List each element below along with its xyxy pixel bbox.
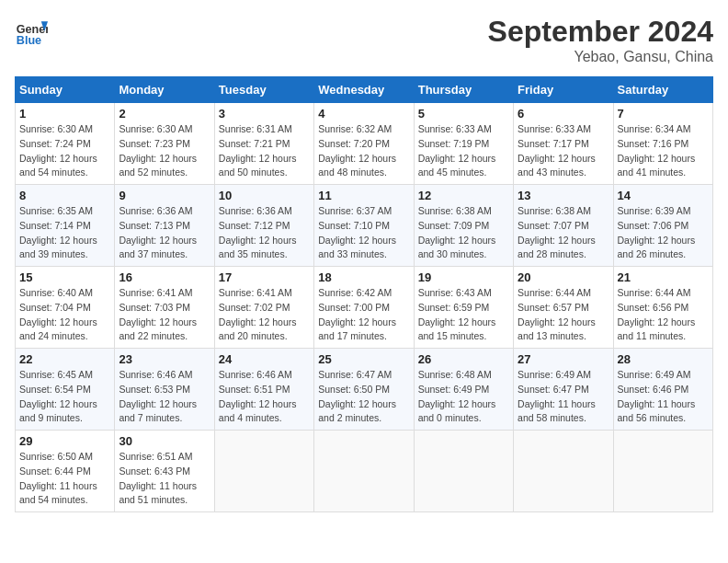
day-info: Sunrise: 6:51 AMSunset: 6:43 PMDaylight:… (119, 451, 197, 505)
table-row: 29Sunrise: 6:50 AMSunset: 6:44 PMDayligh… (16, 431, 115, 512)
table-row: 11Sunrise: 6:37 AMSunset: 7:10 PMDayligh… (314, 185, 414, 267)
day-number: 9 (119, 189, 210, 202)
table-row: 22Sunrise: 6:45 AMSunset: 6:54 PMDayligh… (16, 349, 115, 431)
col-tuesday: Tuesday (214, 77, 313, 103)
col-monday: Monday (115, 77, 214, 103)
table-row: 24Sunrise: 6:46 AMSunset: 6:51 PMDayligh… (214, 349, 313, 431)
page-title: September 2024 (488, 15, 713, 49)
table-row: 30Sunrise: 6:51 AMSunset: 6:43 PMDayligh… (115, 431, 214, 512)
day-number: 1 (19, 107, 110, 121)
day-number: 24 (219, 352, 310, 366)
day-number: 4 (318, 107, 409, 121)
day-number: 22 (19, 352, 110, 366)
table-row: 27Sunrise: 6:49 AMSunset: 6:47 PMDayligh… (514, 349, 613, 431)
day-info: Sunrise: 6:38 AMSunset: 7:09 PMDaylight:… (418, 205, 496, 259)
day-number: 17 (219, 270, 310, 284)
day-number: 8 (19, 189, 110, 202)
table-row: 14Sunrise: 6:39 AMSunset: 7:06 PMDayligh… (613, 185, 712, 267)
day-info: Sunrise: 6:35 AMSunset: 7:14 PMDaylight:… (19, 205, 97, 259)
day-info: Sunrise: 6:32 AMSunset: 7:20 PMDaylight:… (318, 123, 396, 178)
day-number: 13 (518, 189, 609, 202)
col-friday: Friday (514, 77, 613, 103)
table-row: 21Sunrise: 6:44 AMSunset: 6:56 PMDayligh… (613, 267, 712, 349)
table-row: 4Sunrise: 6:32 AMSunset: 7:20 PMDaylight… (314, 103, 414, 185)
table-row (514, 431, 613, 512)
day-info: Sunrise: 6:41 AMSunset: 7:02 PMDaylight:… (219, 287, 297, 341)
day-number: 23 (119, 352, 210, 366)
day-info: Sunrise: 6:49 AMSunset: 6:46 PMDaylight:… (618, 369, 696, 423)
table-row: 26Sunrise: 6:48 AMSunset: 6:49 PMDayligh… (414, 349, 513, 431)
day-info: Sunrise: 6:31 AMSunset: 7:21 PMDaylight:… (219, 123, 297, 178)
table-row: 6Sunrise: 6:33 AMSunset: 7:17 PMDaylight… (514, 103, 613, 185)
col-thursday: Thursday (414, 77, 513, 103)
table-row: 5Sunrise: 6:33 AMSunset: 7:19 PMDaylight… (414, 103, 513, 185)
day-number: 21 (618, 270, 709, 284)
day-number: 11 (318, 189, 409, 202)
table-row: 20Sunrise: 6:44 AMSunset: 6:57 PMDayligh… (514, 267, 613, 349)
col-wednesday: Wednesday (314, 77, 414, 103)
day-number: 27 (518, 352, 609, 366)
day-info: Sunrise: 6:40 AMSunset: 7:04 PMDaylight:… (19, 287, 97, 341)
day-number: 15 (19, 270, 110, 284)
day-number: 29 (19, 434, 110, 448)
day-info: Sunrise: 6:49 AMSunset: 6:47 PMDaylight:… (518, 369, 596, 423)
day-info: Sunrise: 6:30 AMSunset: 7:24 PMDaylight:… (19, 123, 97, 178)
day-info: Sunrise: 6:43 AMSunset: 6:59 PMDaylight:… (418, 287, 496, 341)
page-header: General Blue September 2024 Yebao, Gansu… (15, 15, 713, 65)
table-row (414, 431, 513, 512)
day-number: 20 (518, 270, 609, 284)
day-info: Sunrise: 6:37 AMSunset: 7:10 PMDaylight:… (318, 205, 396, 259)
day-number: 6 (518, 107, 609, 121)
day-number: 18 (318, 270, 409, 284)
day-info: Sunrise: 6:34 AMSunset: 7:16 PMDaylight:… (618, 123, 696, 178)
day-info: Sunrise: 6:36 AMSunset: 7:12 PMDaylight:… (219, 205, 297, 259)
day-number: 19 (418, 270, 509, 284)
day-number: 5 (418, 107, 509, 121)
table-row: 17Sunrise: 6:41 AMSunset: 7:02 PMDayligh… (214, 267, 313, 349)
day-number: 10 (219, 189, 310, 202)
table-row (613, 431, 712, 512)
day-info: Sunrise: 6:33 AMSunset: 7:17 PMDaylight:… (518, 123, 596, 178)
page-subtitle: Yebao, Gansu, China (488, 49, 713, 65)
table-row: 8Sunrise: 6:35 AMSunset: 7:14 PMDaylight… (16, 185, 115, 267)
col-sunday: Sunday (16, 77, 115, 103)
table-row: 10Sunrise: 6:36 AMSunset: 7:12 PMDayligh… (214, 185, 313, 267)
day-info: Sunrise: 6:48 AMSunset: 6:49 PMDaylight:… (418, 369, 496, 423)
day-info: Sunrise: 6:39 AMSunset: 7:06 PMDaylight:… (618, 205, 696, 259)
table-row: 7Sunrise: 6:34 AMSunset: 7:16 PMDaylight… (613, 103, 712, 185)
table-row: 2Sunrise: 6:30 AMSunset: 7:23 PMDaylight… (115, 103, 214, 185)
day-info: Sunrise: 6:36 AMSunset: 7:13 PMDaylight:… (119, 205, 197, 259)
day-info: Sunrise: 6:44 AMSunset: 6:57 PMDaylight:… (518, 287, 596, 341)
day-info: Sunrise: 6:45 AMSunset: 6:54 PMDaylight:… (19, 369, 97, 423)
table-row: 25Sunrise: 6:47 AMSunset: 6:50 PMDayligh… (314, 349, 414, 431)
day-info: Sunrise: 6:33 AMSunset: 7:19 PMDaylight:… (418, 123, 496, 178)
day-number: 30 (119, 434, 210, 448)
day-number: 2 (119, 107, 210, 121)
table-row: 28Sunrise: 6:49 AMSunset: 6:46 PMDayligh… (613, 349, 712, 431)
logo-icon: General Blue (15, 15, 48, 48)
table-row: 3Sunrise: 6:31 AMSunset: 7:21 PMDaylight… (214, 103, 313, 185)
table-row: 16Sunrise: 6:41 AMSunset: 7:03 PMDayligh… (115, 267, 214, 349)
day-info: Sunrise: 6:38 AMSunset: 7:07 PMDaylight:… (518, 205, 596, 259)
day-number: 12 (418, 189, 509, 202)
day-number: 16 (119, 270, 210, 284)
table-row: 18Sunrise: 6:42 AMSunset: 7:00 PMDayligh… (314, 267, 414, 349)
table-row (214, 431, 313, 512)
calendar-header-row: Sunday Monday Tuesday Wednesday Thursday… (16, 77, 713, 103)
day-number: 26 (418, 352, 509, 366)
logo: General Blue (15, 15, 48, 48)
table-row: 15Sunrise: 6:40 AMSunset: 7:04 PMDayligh… (16, 267, 115, 349)
day-info: Sunrise: 6:30 AMSunset: 7:23 PMDaylight:… (119, 123, 197, 178)
table-row: 1Sunrise: 6:30 AMSunset: 7:24 PMDaylight… (16, 103, 115, 185)
day-number: 25 (318, 352, 409, 366)
title-block: September 2024 Yebao, Gansu, China (488, 15, 713, 65)
col-saturday: Saturday (613, 77, 712, 103)
table-row (314, 431, 414, 512)
day-number: 3 (219, 107, 310, 121)
day-info: Sunrise: 6:44 AMSunset: 6:56 PMDaylight:… (618, 287, 696, 341)
table-row: 9Sunrise: 6:36 AMSunset: 7:13 PMDaylight… (115, 185, 214, 267)
day-info: Sunrise: 6:42 AMSunset: 7:00 PMDaylight:… (318, 287, 396, 341)
day-number: 7 (618, 107, 709, 121)
day-number: 14 (618, 189, 709, 202)
svg-text:Blue: Blue (17, 34, 41, 47)
